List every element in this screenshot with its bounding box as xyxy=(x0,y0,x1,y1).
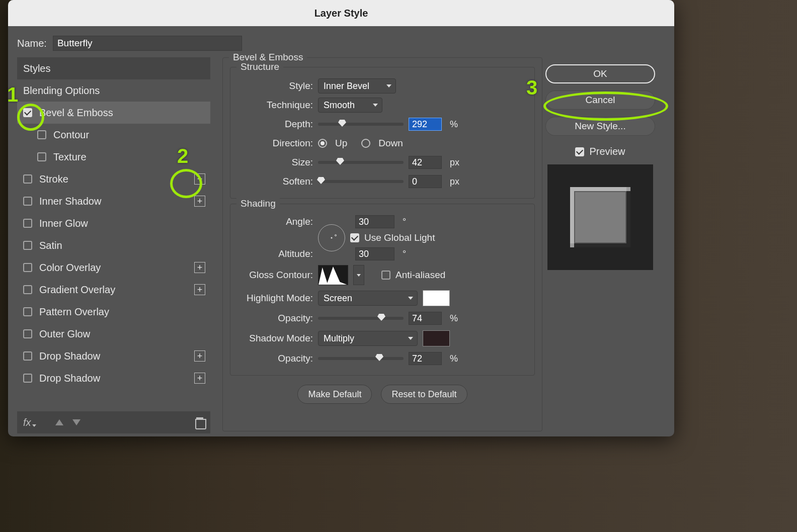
shadow-color-swatch[interactable] xyxy=(423,330,450,346)
annotation-2: 2 xyxy=(177,145,188,167)
name-input[interactable] xyxy=(53,36,242,51)
cancel-button[interactable]: Cancel xyxy=(545,91,655,110)
style-item-satin[interactable]: Satin xyxy=(17,234,210,256)
antialiased-label[interactable]: Anti-aliased xyxy=(395,270,445,281)
style-label: Stroke xyxy=(39,173,68,185)
technique-select[interactable]: Smooth xyxy=(318,98,382,113)
add-gradient-overlay-icon[interactable]: + xyxy=(194,284,205,295)
shadow-mode-select[interactable]: Multiply xyxy=(318,331,418,346)
add-drop-shadow-1-icon[interactable]: + xyxy=(194,350,205,362)
size-slider[interactable] xyxy=(318,161,404,164)
global-light-checkbox[interactable] xyxy=(350,233,359,242)
style-select[interactable]: Inner Bevel xyxy=(318,78,396,94)
direction-up-label[interactable]: Up xyxy=(335,138,347,149)
highlight-opacity-slider[interactable] xyxy=(318,317,404,320)
style-item-contour[interactable]: Contour xyxy=(17,124,210,146)
style-label: Pattern Overlay xyxy=(39,306,109,318)
checkbox-pattern-overlay[interactable] xyxy=(23,307,32,316)
angle-field[interactable] xyxy=(355,215,394,228)
checkbox-color-overlay[interactable] xyxy=(23,263,32,272)
style-item-gradient-overlay[interactable]: Gradient Overlay + xyxy=(17,279,210,301)
add-color-overlay-icon[interactable]: + xyxy=(194,262,205,273)
dialog-body: Name: Styles Blending Options Bevel & Em… xyxy=(8,26,674,436)
gloss-contour-dropdown[interactable] xyxy=(353,265,364,285)
checkbox-bevel-emboss[interactable] xyxy=(23,108,32,117)
ok-button[interactable]: OK xyxy=(545,64,655,83)
style-item-pattern-overlay[interactable]: Pattern Overlay xyxy=(17,301,210,323)
highlight-mode-select[interactable]: Screen xyxy=(318,291,418,306)
soften-field[interactable] xyxy=(409,175,442,188)
preview-checkbox[interactable] xyxy=(575,147,584,156)
depth-slider[interactable] xyxy=(318,123,404,126)
size-field[interactable] xyxy=(409,156,442,169)
style-label: Bevel & Emboss xyxy=(39,107,113,119)
styles-header[interactable]: Styles xyxy=(17,57,210,79)
style-label: Inner Shadow xyxy=(39,196,101,207)
style-label: Drop Shadow xyxy=(39,373,100,384)
default-buttons-row: Make Default Reset to Default xyxy=(230,385,535,404)
direction-up-radio[interactable] xyxy=(318,139,327,148)
shadow-mode-label: Shadow Mode: xyxy=(237,333,313,344)
style-item-color-overlay[interactable]: Color Overlay + xyxy=(17,256,210,279)
checkbox-outer-glow[interactable] xyxy=(23,329,32,338)
structure-group: Structure Style: Inner Bevel Technique: … xyxy=(230,67,535,199)
make-default-button[interactable]: Make Default xyxy=(297,385,372,404)
direction-down-label[interactable]: Down xyxy=(378,138,403,149)
size-unit: px xyxy=(450,157,459,168)
checkbox-drop-shadow-1[interactable] xyxy=(23,351,32,361)
move-up-icon[interactable] xyxy=(55,419,63,425)
style-item-inner-shadow[interactable]: Inner Shadow + xyxy=(17,190,210,212)
style-item-drop-shadow-1[interactable]: Drop Shadow + xyxy=(17,345,210,367)
preview-bevel-shape xyxy=(570,187,630,247)
highlight-opacity-label: Opacity: xyxy=(237,313,313,324)
gloss-contour-preview[interactable] xyxy=(318,265,348,285)
altitude-field[interactable] xyxy=(355,247,394,260)
antialiased-checkbox[interactable] xyxy=(381,271,390,280)
depth-field[interactable] xyxy=(409,118,442,131)
trash-icon[interactable] xyxy=(195,417,204,427)
shadow-opacity-label: Opacity: xyxy=(237,353,313,364)
highlight-opacity-field[interactable] xyxy=(409,312,442,325)
altitude-label: Altitude: xyxy=(237,248,313,259)
style-label: Outer Glow xyxy=(39,328,90,340)
direction-label: Direction: xyxy=(237,138,313,149)
new-style-button[interactable]: New Style... xyxy=(545,117,655,136)
style-label: Gradient Overlay xyxy=(39,284,115,296)
checkbox-satin[interactable] xyxy=(23,241,32,250)
angle-label: Angle: xyxy=(237,216,313,227)
angle-dial[interactable] xyxy=(318,224,345,251)
add-stroke-icon[interactable]: + xyxy=(194,173,205,185)
style-item-inner-glow[interactable]: Inner Glow xyxy=(17,212,210,234)
depth-label: Depth: xyxy=(237,119,313,130)
dialog-title: Layer Style xyxy=(314,8,368,19)
highlight-mode-label: Highlight Mode: xyxy=(237,293,313,304)
checkbox-gradient-overlay[interactable] xyxy=(23,285,32,294)
style-item-stroke[interactable]: Stroke + xyxy=(17,168,210,190)
style-item-drop-shadow-2[interactable]: Drop Shadow + xyxy=(17,367,210,389)
style-label: Satin xyxy=(39,240,62,251)
add-drop-shadow-2-icon[interactable]: + xyxy=(194,373,205,384)
blending-options[interactable]: Blending Options xyxy=(17,79,210,102)
shading-title: Shading xyxy=(236,198,280,209)
direction-down-radio[interactable] xyxy=(361,139,370,148)
add-inner-shadow-icon[interactable]: + xyxy=(194,196,205,207)
shadow-opacity-field[interactable] xyxy=(409,352,442,365)
checkbox-drop-shadow-2[interactable] xyxy=(23,374,32,383)
style-item-outer-glow[interactable]: Outer Glow xyxy=(17,323,210,345)
fx-menu-icon[interactable]: fx xyxy=(23,417,31,428)
checkbox-stroke[interactable] xyxy=(23,174,32,184)
checkbox-inner-shadow[interactable] xyxy=(23,197,32,206)
global-light-label[interactable]: Use Global Light xyxy=(364,232,435,243)
soften-slider[interactable] xyxy=(318,180,404,183)
checkbox-inner-glow[interactable] xyxy=(23,219,32,228)
checkbox-contour[interactable] xyxy=(37,130,46,139)
shading-group: Shading Angle: ° xyxy=(230,204,535,376)
style-item-bevel-emboss[interactable]: Bevel & Emboss xyxy=(17,102,210,124)
move-down-icon[interactable] xyxy=(72,419,81,425)
shadow-opacity-slider[interactable] xyxy=(318,357,404,360)
checkbox-texture[interactable] xyxy=(37,152,46,161)
highlight-color-swatch[interactable] xyxy=(423,290,450,306)
preview-label[interactable]: Preview xyxy=(589,146,625,157)
reset-default-button[interactable]: Reset to Default xyxy=(381,385,467,404)
technique-label: Technique: xyxy=(237,100,313,111)
